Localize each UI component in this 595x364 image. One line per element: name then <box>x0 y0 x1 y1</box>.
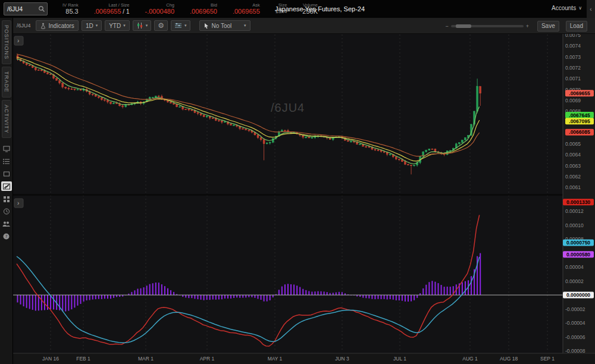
zoom-slider-track[interactable] <box>451 25 524 27</box>
save-button[interactable]: Save <box>537 21 559 32</box>
symbol-search-value: /6JU4 <box>4 6 38 12</box>
svg-text:0.0061: 0.0061 <box>565 184 581 190</box>
help-icon[interactable]: ? <box>1 231 12 241</box>
chevron-down-icon: ▾ <box>184 23 187 28</box>
chart-type-dropdown[interactable]: ▾ <box>133 20 152 31</box>
price-axis-background <box>563 34 595 353</box>
svg-text:0.0000580: 0.0000580 <box>566 252 590 258</box>
svg-text:0.00010: 0.00010 <box>565 222 584 228</box>
sidebar-icon-rail: ? <box>1 144 12 241</box>
svg-text:›: › <box>17 200 19 206</box>
svg-text:0.0069: 0.0069 <box>565 98 581 103</box>
zoom-out-icon[interactable]: − <box>445 23 448 29</box>
list-icon[interactable] <box>1 156 12 166</box>
grid-icon[interactable] <box>1 194 12 203</box>
svg-text:0.0071: 0.0071 <box>565 76 581 81</box>
svg-text:0.0063: 0.0063 <box>565 163 581 169</box>
sidebar-tab-trade[interactable]: TRADE <box>2 67 11 98</box>
cursor-icon <box>203 23 209 29</box>
sidebar-tab-activity[interactable]: ACTIVITY <box>2 100 11 139</box>
svg-text:?: ? <box>5 234 8 239</box>
chart-toolbar: /6JU4 Indicators 1D ▾ YTD ▾ ▾ ⚙ <box>13 18 595 34</box>
people-icon[interactable] <box>1 219 12 228</box>
indicators-button[interactable]: Indicators <box>36 20 79 31</box>
app-root: /6JU4 IV Rank 85.3 Last / Size .0069655 … <box>0 0 595 364</box>
accounts-menu[interactable]: Accounts ∨ <box>552 5 582 11</box>
top-bar: /6JU4 IV Rank 85.3 Last / Size .0069655 … <box>0 0 595 18</box>
collapse-left-icon: ‹ <box>590 6 591 12</box>
svg-text:0.0072: 0.0072 <box>565 65 581 71</box>
chevron-down-icon: ▾ <box>96 23 98 28</box>
svg-text:0.0065: 0.0065 <box>565 141 581 147</box>
svg-text:APR 1: APR 1 <box>200 356 215 362</box>
sidebar-tab-positions[interactable]: POSITIONS <box>2 20 11 64</box>
svg-text:.0069655: .0069655 <box>569 90 590 96</box>
drawing-tool-dropdown[interactable]: No Tool ▾ <box>199 20 250 31</box>
chart-region: 0.00750.00740.00730.00720.00710.00700.00… <box>0 0 595 364</box>
chart-symbol-tab[interactable]: /6JU4 <box>17 23 31 29</box>
left-sidebar: POSITIONS TRADE ACTIVITY <box>0 18 13 364</box>
zoom-slider-handle[interactable] <box>456 24 471 28</box>
svg-text:-0.00002: -0.00002 <box>565 306 585 312</box>
collapse-panel-button[interactable]: ‹ <box>587 0 595 18</box>
svg-text:0.0000750: 0.0000750 <box>566 240 590 246</box>
chart-background <box>13 34 595 364</box>
search-icon[interactable] <box>38 5 45 12</box>
svg-text:0.0062: 0.0062 <box>565 174 581 180</box>
svg-text:0.00002: 0.00002 <box>565 278 584 284</box>
load-button[interactable]: Load <box>566 21 587 32</box>
svg-text:0.0000000: 0.0000000 <box>566 292 590 298</box>
svg-text:0.0074: 0.0074 <box>565 43 581 49</box>
chart-settings-button[interactable]: ⚙ <box>154 20 168 31</box>
svg-text:JUL 1: JUL 1 <box>393 356 406 362</box>
svg-text:-0.00006: -0.00006 <box>565 334 585 340</box>
stat-iv-rank: IV Rank 85.3 <box>55 0 86 18</box>
svg-text:0.0073: 0.0073 <box>565 54 581 60</box>
chart-canvas[interactable]: 0.00750.00740.00730.00720.00710.00700.00… <box>13 34 595 364</box>
svg-text:JUN 3: JUN 3 <box>335 356 349 362</box>
chevron-down-icon: ▾ <box>146 23 148 28</box>
svg-text:0.00012: 0.00012 <box>565 208 584 214</box>
svg-text:MAR 1: MAR 1 <box>138 356 154 362</box>
window-icon[interactable] <box>1 169 12 178</box>
levels-icon <box>174 22 182 29</box>
lower-panel-expander[interactable]: › <box>14 199 23 208</box>
gear-icon: ⚙ <box>158 22 164 29</box>
stat-last-size: Last / Size .0069655 / 1 <box>86 0 137 18</box>
svg-text:.0067645: .0067645 <box>569 112 590 118</box>
svg-text:AUG 18: AUG 18 <box>500 356 518 362</box>
timeframe-dropdown[interactable]: 1D ▾ <box>82 20 102 31</box>
chart-style-dropdown[interactable]: ▾ <box>171 20 190 31</box>
candlestick-chart-icon <box>136 22 143 29</box>
stat-ask: Ask .0069655 <box>225 0 268 18</box>
upper-panel-expander[interactable]: › <box>14 36 23 45</box>
svg-text:0.00004: 0.00004 <box>565 264 584 270</box>
stat-chg: Chg -.0000480 <box>137 0 182 18</box>
svg-text:0.0075: 0.0075 <box>565 34 581 38</box>
svg-text:.0066085: .0066085 <box>569 129 590 135</box>
symbol-search[interactable]: /6JU4 <box>4 2 48 15</box>
svg-text:MAY 1: MAY 1 <box>268 356 283 362</box>
chevron-down-icon: ∨ <box>578 5 582 11</box>
svg-text:›: › <box>17 37 19 44</box>
svg-text:AUG 1: AUG 1 <box>462 356 478 362</box>
flask-icon <box>40 23 46 29</box>
zoom-slider[interactable]: − + <box>445 23 529 29</box>
toolbar-right-group: − + Save Load <box>445 18 590 34</box>
monitor-icon[interactable] <box>1 144 12 153</box>
svg-text:.0067095: .0067095 <box>569 118 590 124</box>
svg-text:SEP 1: SEP 1 <box>540 356 555 362</box>
svg-text:JAN 16: JAN 16 <box>42 356 59 362</box>
instrument-name: Japanese Yen Futures, Sep-24 <box>275 5 365 12</box>
chevron-down-icon: ▾ <box>123 23 126 28</box>
clock-icon[interactable] <box>1 206 12 216</box>
chart-draw-icon[interactable] <box>1 181 12 191</box>
panel-divider[interactable] <box>13 194 563 196</box>
stat-bid: Bid .0069650 <box>182 0 225 18</box>
zoom-in-icon[interactable]: + <box>526 23 529 29</box>
chevron-down-icon: ▾ <box>244 23 246 28</box>
svg-text:0.0064: 0.0064 <box>565 152 581 158</box>
range-dropdown[interactable]: YTD ▾ <box>105 20 130 31</box>
svg-text:0.0001330: 0.0001330 <box>566 199 590 205</box>
svg-text:-0.00004: -0.00004 <box>565 320 585 326</box>
